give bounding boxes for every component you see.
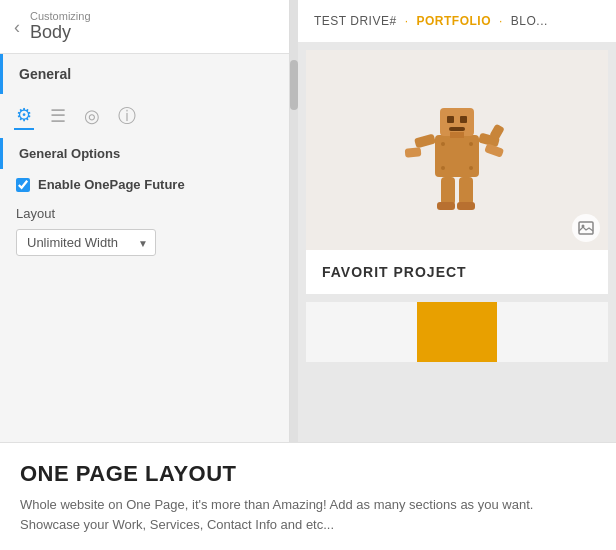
image-icon	[578, 221, 594, 235]
back-button[interactable]: ‹	[14, 18, 20, 36]
nav-item-blog[interactable]: BLO...	[511, 14, 548, 28]
section-title: General	[0, 54, 289, 94]
svg-rect-3	[414, 134, 436, 149]
tab-list-icon[interactable]: ☰	[48, 103, 68, 129]
layout-select[interactable]: Unlimited Width Boxed	[16, 229, 156, 256]
svg-rect-10	[437, 202, 455, 210]
svg-point-17	[441, 166, 445, 170]
subsection-label: General Options	[0, 138, 289, 169]
svg-point-16	[469, 142, 473, 146]
nav-item-portfolio[interactable]: PORTFOLIO	[416, 14, 491, 28]
svg-rect-19	[579, 222, 593, 234]
robot-image	[397, 65, 517, 235]
nav-item-testdrive[interactable]: TEST DRIVE#	[314, 14, 397, 28]
panel-content: General ⚙ ☰ ◎ ⓘ General Options Enable O…	[0, 54, 289, 442]
bottom-description: Whole website on One Page, it's more tha…	[20, 495, 596, 534]
portfolio-card: FAVORIT PROJECT	[306, 50, 608, 294]
tab-info-icon[interactable]: ⓘ	[116, 102, 138, 130]
scrollbar-thumb[interactable]	[290, 60, 298, 110]
scrollbar-track[interactable]	[290, 0, 298, 442]
orange-accent-bar	[417, 302, 497, 362]
tab-circle-icon[interactable]: ◎	[82, 103, 102, 129]
layout-label: Layout	[0, 200, 289, 225]
svg-point-18	[469, 166, 473, 170]
layout-select-wrap: Unlimited Width Boxed	[0, 225, 289, 272]
page-title: Body	[30, 22, 91, 43]
nav-dot-2: ·	[499, 14, 503, 28]
card-image-icon[interactable]	[572, 214, 600, 242]
site-navigation: TEST DRIVE# · PORTFOLIO · BLO...	[298, 0, 616, 42]
enable-onepage-row: Enable OnePage Future	[0, 169, 289, 200]
tab-bar: ⚙ ☰ ◎ ⓘ	[0, 94, 289, 138]
right-panel: TEST DRIVE# · PORTFOLIO · BLO...	[298, 0, 616, 442]
card-image-area	[306, 50, 608, 250]
bottom-title: ONE PAGE LAYOUT	[20, 461, 596, 487]
card-bottom-strip	[306, 302, 608, 362]
svg-rect-4	[405, 147, 422, 157]
svg-point-15	[441, 142, 445, 146]
svg-rect-14	[449, 127, 465, 131]
tab-settings-icon[interactable]: ⚙	[14, 102, 34, 130]
svg-rect-9	[459, 177, 473, 205]
enable-onepage-checkbox[interactable]	[16, 178, 30, 192]
left-panel: ‹ Customizing Body General ⚙ ☰ ◎ ⓘ Gener…	[0, 0, 290, 442]
card-title: FAVORIT PROJECT	[306, 250, 608, 294]
svg-rect-0	[435, 135, 479, 177]
header-text: Customizing Body	[30, 10, 91, 43]
breadcrumb: Customizing	[30, 10, 91, 22]
bottom-section: ONE PAGE LAYOUT Whole website on One Pag…	[0, 442, 616, 550]
layout-select-wrapper: Unlimited Width Boxed	[16, 229, 156, 256]
svg-rect-1	[440, 108, 474, 136]
nav-dot-1: ·	[405, 14, 409, 28]
svg-rect-12	[447, 116, 454, 123]
svg-rect-11	[457, 202, 475, 210]
svg-rect-13	[460, 116, 467, 123]
svg-rect-8	[441, 177, 455, 205]
svg-rect-2	[450, 132, 464, 138]
enable-onepage-label: Enable OnePage Future	[38, 177, 185, 192]
panel-header: ‹ Customizing Body	[0, 0, 289, 54]
